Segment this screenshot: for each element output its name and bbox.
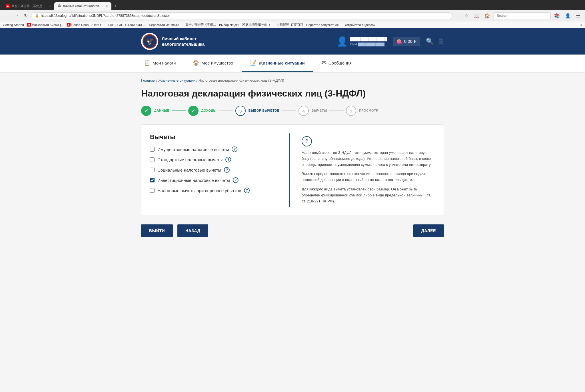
step-5: 5 ПРОСМОТР	[346, 106, 378, 116]
step-4-circle: 4	[298, 106, 309, 116]
nav-my-property[interactable]: 🏠 Моё имущество	[184, 55, 242, 72]
tab-active-label: Личный кабинет налогоплате…	[63, 4, 103, 8]
logo-circle: 🦅	[141, 33, 158, 50]
library-button[interactable]: 📚	[552, 13, 562, 19]
search-input[interactable]	[494, 12, 551, 19]
deduction-item-3: Инвестиционные налоговые вычеты ?	[150, 177, 281, 183]
nav-taxes-label: Мои налоги	[153, 61, 176, 65]
forward-button[interactable]: →	[13, 13, 21, 19]
extensions-button[interactable]: ···	[454, 13, 461, 19]
tab-close-active[interactable]: ✕	[105, 4, 108, 8]
deduction-checkbox-3[interactable]	[150, 178, 155, 182]
info-paragraph-2: Вычеты предоставляются по окончании нало…	[302, 171, 432, 183]
deduction-checkbox-0[interactable]	[150, 147, 155, 152]
logo-area: 🦅 Личный кабинет налогоплательщика	[141, 33, 205, 50]
info-circle-icon: ?	[302, 136, 312, 146]
back-button[interactable]: ←	[3, 13, 11, 19]
step-1-label: ДАННЫЕ	[154, 109, 169, 112]
next-button[interactable]: ДАЛЕЕ	[413, 224, 444, 237]
home-button[interactable]: 🏠	[483, 13, 492, 19]
deduction-item-0: Имущественные налоговые вычеты ?	[150, 146, 281, 152]
bookmark-10[interactable]: Устройство видеозах…	[344, 23, 378, 27]
info-section: ? Налоговый вычет по 3-НДФЛ - это сумма,…	[299, 133, 435, 207]
deduction-label-2[interactable]: Социальные налоговые вычеты	[157, 168, 221, 172]
help-icon-4[interactable]: ?	[244, 188, 250, 193]
search-icon-button[interactable]: 🔍	[426, 38, 434, 45]
nav-messages[interactable]: ✉ Сообщения	[313, 55, 360, 72]
nav-messages-label: Сообщения	[328, 61, 352, 65]
deduction-label-4[interactable]: Налоговые вычеты при переносе убытков	[157, 188, 241, 193]
deduction-checkbox-1[interactable]	[150, 157, 155, 162]
step-5-circle: 5	[346, 106, 356, 116]
new-tab-button[interactable]: +	[111, 2, 120, 10]
bookmark-yt2[interactable]: ▶ Called Upon - Silent P…	[67, 23, 105, 27]
deduction-label-3[interactable]: Инвестиционные налоговые вычеты	[157, 178, 230, 183]
logo-emblem: 🦅	[143, 34, 157, 49]
tab-yt-icon: ▶	[6, 4, 10, 8]
browser-chrome: ▶ 高全 / 孙语蕾《不仅是… ✕ 🏛 Личный кабинет налог…	[0, 0, 585, 28]
bookmark-getting-started[interactable]: Getting Started	[3, 23, 24, 27]
back-nav-button[interactable]: НАЗАД	[177, 224, 208, 237]
nav-life-situations[interactable]: 📝 Жизненные ситуации	[242, 55, 313, 72]
help-icon-2[interactable]: ?	[224, 167, 230, 173]
nav-property-label: Моё имущество	[201, 61, 233, 65]
deduction-item-2: Социальные налоговые вычеты ?	[150, 167, 281, 173]
sync-button[interactable]: 👤	[563, 13, 572, 19]
step-1-circle: ✓	[141, 106, 151, 116]
connector-2	[219, 110, 233, 111]
connector-4	[329, 110, 344, 111]
wallet-icon: 👛	[396, 39, 402, 44]
nav-my-taxes[interactable]: 📋 Мои налоги	[135, 55, 184, 72]
step-3-label: ВЫБОР ВЫЧЕТОВ	[249, 109, 280, 112]
menu-hamburger-button[interactable]: ☰	[438, 38, 444, 45]
main-content: Главная / Жизненные ситуации / Налоговая…	[135, 73, 450, 248]
bookmark-3[interactable]: LAST EXIT TO BROOKL…	[108, 23, 146, 27]
bookmark-moex-icon: M	[27, 23, 31, 27]
button-bar: ВЫЙТИ НАЗАД ДАЛЕЕ	[141, 224, 444, 237]
bookmark-star[interactable]: ☆	[463, 13, 470, 19]
breadcrumb: Главная / Жизненные ситуации / Налоговая…	[141, 78, 444, 83]
address-text: https://lkfl2.nalog.ru/lkfl/situations/3…	[41, 14, 449, 18]
deductions-section: Вычеты Имущественные налоговые вычеты ? …	[150, 133, 281, 207]
step-4: 4 ВЫЧЕТЫ	[298, 106, 327, 116]
step-2-label: ДОХОДЫ	[201, 109, 217, 112]
deductions-title: Вычеты	[150, 133, 281, 141]
bookmark-9[interactable]: Перестал запускаться…	[306, 23, 342, 27]
bookmarks-more[interactable]: »	[580, 23, 582, 27]
reading-list[interactable]: 📖	[472, 13, 481, 19]
user-inn: ИНН ████████████	[350, 42, 387, 47]
page-title: Налоговая декларация физических лиц (3-Н…	[141, 88, 444, 99]
tab-close-inactive[interactable]: ✕	[48, 4, 51, 8]
tab-inactive[interactable]: ▶ 高全 / 孙语蕾《不仅是… ✕	[2, 2, 54, 10]
deduction-checkbox-2[interactable]	[150, 168, 155, 172]
bookmark-4[interactable]: Перестали меняться…	[149, 23, 182, 27]
steps-indicator: ✓ ДАННЫЕ ✓ ДОХОДЫ 3 ВЫБОР ВЫЧЕТОВ 4 ВЫЧЕ…	[141, 106, 444, 116]
breadcrumb-situations[interactable]: Жизненные ситуации	[158, 78, 195, 83]
card-divider	[289, 133, 290, 207]
help-icon-1[interactable]: ?	[225, 157, 231, 162]
bookmark-7[interactable]: 鸿庭昆墙洗脑神曲（…	[242, 23, 274, 27]
info-text: Налоговый вычет по 3-НДФЛ - это сумма, к…	[302, 150, 432, 204]
reload-button[interactable]: ↻	[22, 13, 29, 19]
bookmark-5[interactable]: 高全 / 孙语蕾《不仅…	[185, 23, 216, 27]
help-icon-3[interactable]: ?	[233, 177, 239, 183]
deduction-label-0[interactable]: Имущественные налоговые вычеты	[157, 147, 229, 152]
lock-icon: 🔒	[35, 14, 39, 18]
tab-active[interactable]: 🏛 Личный кабинет налогоплате… ✕	[54, 2, 111, 10]
step-3-circle: 3	[235, 106, 246, 116]
help-icon-0[interactable]: ?	[232, 146, 237, 152]
bookmark-moex[interactable]: M Московская Биржа |…	[27, 23, 64, 27]
bookmark-6[interactable]: Выбор скидки	[219, 23, 239, 27]
site-header: 🦅 Личный кабинет налогоплательщика 👤 ███…	[0, 28, 585, 55]
nav-situations-label: Жизненные ситуации	[259, 61, 305, 65]
tab-inactive-label: 高全 / 孙语蕾《不仅是…	[11, 4, 45, 8]
menu-button[interactable]: ☰	[574, 12, 582, 19]
bookmark-8[interactable]: 小鸡哔哔_百度百科	[277, 23, 303, 27]
exit-button[interactable]: ВЫЙТИ	[141, 224, 173, 237]
breadcrumb-home[interactable]: Главная	[141, 78, 155, 83]
deduction-label-1[interactable]: Стандартные налоговые вычеты	[157, 157, 223, 162]
balance-amount: 0,00 ₽	[404, 39, 416, 44]
deduction-checkbox-4[interactable]	[150, 188, 155, 193]
address-bar[interactable]: 🔒 https://lkfl2.nalog.ru/lkfl/situations…	[31, 12, 452, 19]
info-paragraph-1: Налоговый вычет по 3-НДФЛ - это сумма, к…	[302, 150, 432, 168]
